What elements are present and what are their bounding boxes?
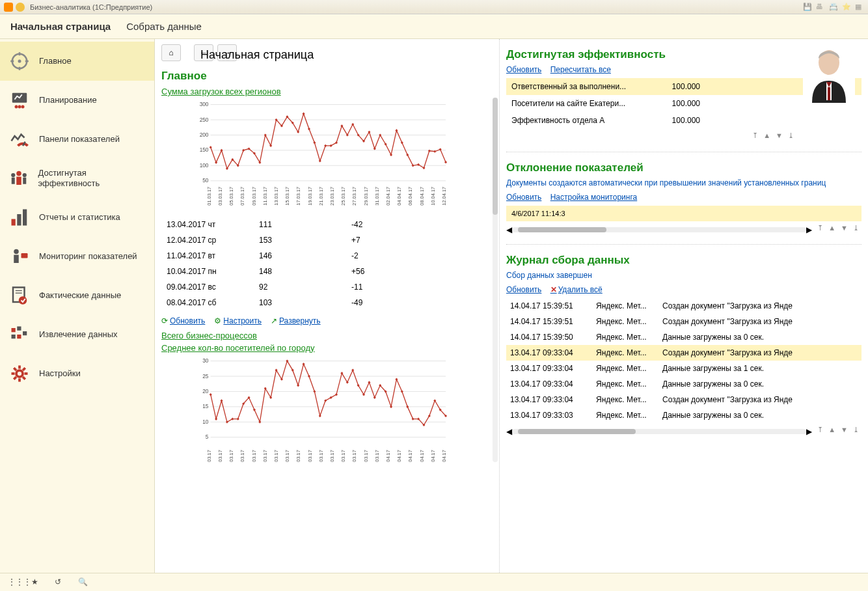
grid-icon[interactable]: ▦ [855,3,864,12]
table-row: 09.04.2017 вс92-11 [163,280,491,294]
log-row[interactable]: 14.04.17 15:39:51Яндекс. Мет...Создан до… [506,314,861,329]
gear-small-icon: ⚙ [214,316,221,325]
sidebar-item-dashboards[interactable]: Панели показателей [0,120,154,159]
print-icon[interactable]: 🖶 [816,3,825,12]
expand-link[interactable]: ↗Развернуть [271,316,321,325]
svg-text:03.17: 03.17 [318,450,324,462]
first-icon[interactable]: ⤒ [817,224,823,232]
h-scrollbar[interactable]: ◀▶ [506,225,812,234]
svg-text:02.04.17: 02.04.17 [385,187,391,206]
dev-refresh-link[interactable]: Обновить [506,193,541,202]
last-icon[interactable]: ⤓ [853,224,859,232]
svg-text:10: 10 [202,419,209,425]
svg-text:04.04.17: 04.04.17 [396,187,402,206]
svg-text:03.17: 03.17 [251,450,257,462]
svg-line-37 [14,368,16,370]
svg-rect-29 [12,335,16,338]
svg-text:03.17: 03.17 [239,450,245,462]
svg-text:03.17: 03.17 [363,450,369,462]
sidebar-item-settings[interactable]: Настройки [0,354,154,393]
favorite-icon[interactable]: ★ [31,577,42,588]
svg-text:03.17: 03.17 [284,450,290,462]
avatar [803,39,855,104]
bp-total-link[interactable]: Всего бизнес-процессов [161,331,493,340]
up-icon[interactable]: ▲ [828,426,835,434]
sidebar-item-main[interactable]: Главное [0,42,154,81]
sidebar-item-reports[interactable]: Отчеты и статистика [0,198,154,237]
sidebar-item-actual-data[interactable]: Фактические данные [0,276,154,315]
svg-text:03.17: 03.17 [217,450,223,462]
dev-row-time: 4/6/2017 11:14:3 [511,210,565,217]
x-icon: ✕ [550,285,557,294]
down-icon[interactable]: ▼ [841,224,848,232]
log-row[interactable]: 13.04.17 09:33:04Яндекс. Мет...Создан до… [506,392,861,407]
eff-refresh-link[interactable]: Обновить [506,65,541,74]
refresh-icon: ⟳ [161,316,168,325]
dropdown-icon[interactable] [16,3,25,12]
sidebar-item-label: Фактические данные [39,290,121,301]
history-icon[interactable]: ↺ [55,577,65,588]
svg-text:08.04.17: 08.04.17 [419,187,425,206]
svg-line-39 [14,377,16,379]
down-icon[interactable]: ▼ [841,426,848,434]
chart2-title-link[interactable]: Среднее кол-во посетителей по городу [161,343,493,353]
tab-start-page[interactable]: Начальная страница [10,21,111,32]
tab-collect-data[interactable]: Собрать данные [126,21,202,32]
first-icon[interactable]: ⤒ [817,426,823,434]
svg-text:07.03.17: 07.03.17 [239,187,245,206]
save-icon[interactable]: 💾 [803,3,812,12]
svg-text:05.03.17: 05.03.17 [228,187,234,206]
star-icon[interactable]: ⭐ [842,3,851,12]
chart1-title-link[interactable]: Сумма загрузок всех регионов [161,87,493,96]
svg-text:200: 200 [200,132,209,138]
down-icon[interactable]: ▼ [776,131,783,140]
log-row[interactable]: 14.04.17 15:39:50Яндекс. Мет...Данные за… [506,329,861,345]
svg-text:300: 300 [200,102,209,107]
log-refresh-link[interactable]: Обновить [506,285,541,294]
svg-text:250: 250 [200,117,209,123]
last-icon[interactable]: ⤓ [788,131,794,140]
apps-icon[interactable]: ⋮⋮⋮ [8,577,18,588]
dev-row[interactable]: 4/6/2017 11:14:3 [506,206,861,221]
svg-text:03.17: 03.17 [295,450,301,462]
eff-row[interactable]: Эффективность отдела А100.000 [506,112,861,129]
log-delete-all-link[interactable]: ✕Удалить всё [550,285,603,294]
eff-recalc-link[interactable]: Пересчитать все [550,65,611,74]
svg-text:21.03.17: 21.03.17 [318,187,324,206]
svg-text:04.17: 04.17 [430,450,436,462]
home-button[interactable]: ⌂ [161,44,181,61]
svg-rect-30 [17,335,21,338]
svg-point-15 [23,173,27,177]
sidebar-item-extract[interactable]: Извлечение данных [0,315,154,354]
dev-setup-link[interactable]: Настройка мониторинга [550,193,638,202]
svg-rect-16 [23,178,26,184]
svg-text:15.03.17: 15.03.17 [284,187,290,206]
log-row[interactable]: 13.04.17 09:33:03Яндекс. Мет...Данные за… [506,407,861,423]
log-heading: Журнал сбора данных [506,254,861,267]
sidebar-item-efficiency[interactable]: Достигнутая эффективность [0,159,154,198]
svg-rect-31 [23,331,27,335]
search-icon[interactable]: 🔍 [78,577,88,588]
up-icon[interactable]: ▲ [763,131,770,140]
svg-text:04.17: 04.17 [396,450,402,462]
scrollbar[interactable] [493,98,498,462]
last-icon[interactable]: ⤓ [853,426,859,434]
svg-text:04.17: 04.17 [441,450,447,462]
log-row[interactable]: 13.04.17 09:33:04Яндекс. Мет...Данные за… [506,376,861,392]
configure-link[interactable]: ⚙Настроить [214,316,262,325]
refresh-link[interactable]: ⟳Обновить [161,316,205,325]
log-row[interactable]: 13.04.17 09:33:04Яндекс. Мет...Создан до… [506,345,861,361]
gear-icon [9,363,30,384]
up-icon[interactable]: ▲ [828,224,835,232]
right-column: Достигнутая эффективность Обновить Перес… [500,39,868,573]
svg-text:04.17: 04.17 [407,450,413,462]
log-row[interactable]: 13.04.17 09:33:04Яндекс. Мет...Данные за… [506,361,861,376]
svg-point-20 [14,249,19,254]
svg-text:30: 30 [202,358,209,364]
first-icon[interactable]: ⤒ [752,131,758,140]
h-scrollbar[interactable]: ◀▶ [506,427,812,436]
log-row[interactable]: 14.04.17 15:39:51Яндекс. Мет...Создан до… [506,298,861,314]
calc-icon[interactable]: 📇 [829,3,838,12]
sidebar-item-monitoring[interactable]: Мониторинг показателей [0,237,154,276]
sidebar-item-planning[interactable]: Планирование [0,81,154,120]
